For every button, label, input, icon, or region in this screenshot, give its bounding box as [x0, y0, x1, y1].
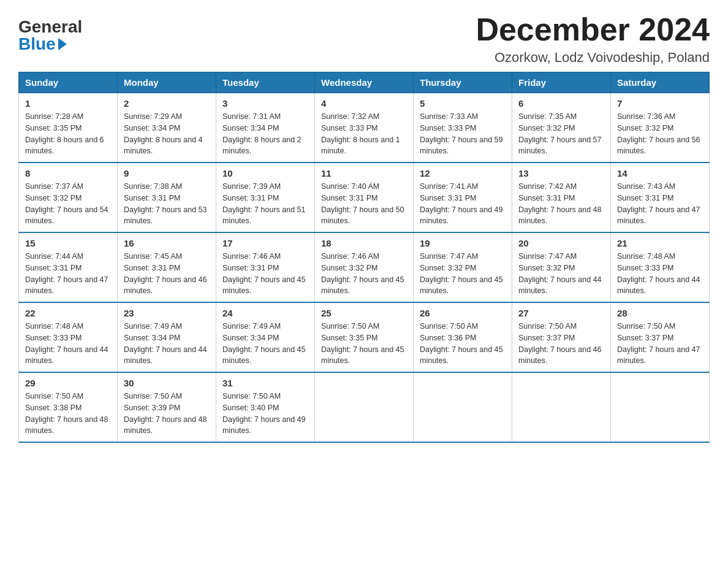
- day-number: 5: [420, 98, 506, 109]
- calendar-cell: 12Sunrise: 7:41 AMSunset: 3:31 PMDayligh…: [414, 163, 512, 232]
- day-number: 16: [124, 238, 210, 248]
- day-info: Sunrise: 7:38 AMSunset: 3:31 PMDaylight:…: [124, 182, 207, 225]
- header-friday: Friday: [512, 72, 611, 93]
- calendar-week-1: 1Sunrise: 7:28 AMSunset: 3:35 PMDaylight…: [19, 93, 710, 163]
- calendar-cell: 24Sunrise: 7:49 AMSunset: 3:34 PMDayligh…: [216, 302, 315, 372]
- day-info: Sunrise: 7:41 AMSunset: 3:31 PMDaylight:…: [420, 182, 503, 225]
- day-number: 19: [420, 238, 506, 248]
- header-saturday: Saturday: [611, 72, 710, 93]
- day-info: Sunrise: 7:45 AMSunset: 3:31 PMDaylight:…: [124, 252, 207, 295]
- day-number: 3: [222, 98, 308, 109]
- day-number: 28: [617, 308, 703, 318]
- calendar-cell: 2Sunrise: 7:29 AMSunset: 3:34 PMDaylight…: [118, 93, 216, 163]
- calendar-cell: 1Sunrise: 7:28 AMSunset: 3:35 PMDaylight…: [19, 93, 118, 163]
- calendar-cell: 22Sunrise: 7:48 AMSunset: 3:33 PMDayligh…: [19, 302, 118, 372]
- day-info: Sunrise: 7:47 AMSunset: 3:32 PMDaylight:…: [518, 252, 602, 295]
- calendar-cell: 9Sunrise: 7:38 AMSunset: 3:31 PMDaylight…: [118, 163, 216, 232]
- day-info: Sunrise: 7:49 AMSunset: 3:34 PMDaylight:…: [222, 322, 306, 365]
- day-info: Sunrise: 7:50 AMSunset: 3:37 PMDaylight:…: [518, 322, 602, 365]
- month-title: December 2024: [476, 12, 710, 47]
- location-subtitle: Ozorkow, Lodz Voivodeship, Poland: [476, 50, 710, 66]
- calendar-week-3: 15Sunrise: 7:44 AMSunset: 3:31 PMDayligh…: [19, 232, 710, 302]
- calendar-cell: 18Sunrise: 7:46 AMSunset: 3:32 PMDayligh…: [315, 232, 414, 302]
- calendar-cell: 7Sunrise: 7:36 AMSunset: 3:32 PMDaylight…: [611, 93, 710, 163]
- day-number: 15: [25, 238, 111, 248]
- day-number: 13: [518, 168, 604, 178]
- day-info: Sunrise: 7:46 AMSunset: 3:32 PMDaylight:…: [321, 252, 404, 295]
- day-number: 24: [222, 308, 308, 318]
- day-number: 31: [222, 378, 308, 388]
- day-number: 21: [617, 238, 703, 248]
- calendar-week-5: 29Sunrise: 7:50 AMSunset: 3:38 PMDayligh…: [19, 372, 710, 442]
- calendar-cell: 15Sunrise: 7:44 AMSunset: 3:31 PMDayligh…: [19, 232, 118, 302]
- calendar-cell: 30Sunrise: 7:50 AMSunset: 3:39 PMDayligh…: [118, 372, 216, 442]
- day-info: Sunrise: 7:50 AMSunset: 3:37 PMDaylight:…: [617, 322, 700, 365]
- day-info: Sunrise: 7:48 AMSunset: 3:33 PMDaylight:…: [617, 252, 700, 295]
- header-thursday: Thursday: [414, 72, 512, 93]
- day-number: 27: [518, 308, 604, 318]
- title-block: December 2024 Ozorkow, Lodz Voivodeship,…: [476, 12, 710, 66]
- calendar-cell: 14Sunrise: 7:43 AMSunset: 3:31 PMDayligh…: [611, 163, 710, 232]
- day-info: Sunrise: 7:31 AMSunset: 3:34 PMDaylight:…: [222, 112, 301, 155]
- day-number: 8: [25, 168, 111, 178]
- calendar-body: 1Sunrise: 7:28 AMSunset: 3:35 PMDaylight…: [19, 93, 710, 443]
- day-info: Sunrise: 7:44 AMSunset: 3:31 PMDaylight:…: [25, 252, 108, 295]
- day-number: 22: [25, 308, 111, 318]
- day-number: 10: [222, 168, 308, 178]
- header-tuesday: Tuesday: [216, 72, 315, 93]
- calendar-cell: [414, 372, 512, 442]
- day-number: 25: [321, 308, 407, 318]
- calendar-cell: 26Sunrise: 7:50 AMSunset: 3:36 PMDayligh…: [414, 302, 512, 372]
- day-info: Sunrise: 7:33 AMSunset: 3:33 PMDaylight:…: [420, 112, 503, 155]
- calendar-header: SundayMondayTuesdayWednesdayThursdayFrid…: [19, 72, 710, 93]
- day-number: 2: [124, 98, 210, 109]
- calendar-cell: 3Sunrise: 7:31 AMSunset: 3:34 PMDaylight…: [216, 93, 315, 163]
- day-number: 18: [321, 238, 407, 248]
- calendar-table: SundayMondayTuesdayWednesdayThursdayFrid…: [18, 72, 710, 443]
- calendar-cell: 28Sunrise: 7:50 AMSunset: 3:37 PMDayligh…: [611, 302, 710, 372]
- logo-blue-text: Blue: [18, 36, 67, 53]
- day-number: 20: [518, 238, 604, 248]
- day-info: Sunrise: 7:42 AMSunset: 3:31 PMDaylight:…: [518, 182, 602, 225]
- calendar-cell: [315, 372, 414, 442]
- day-info: Sunrise: 7:47 AMSunset: 3:32 PMDaylight:…: [420, 252, 503, 295]
- calendar-cell: 5Sunrise: 7:33 AMSunset: 3:33 PMDaylight…: [414, 93, 512, 163]
- calendar-cell: 6Sunrise: 7:35 AMSunset: 3:32 PMDaylight…: [512, 93, 611, 163]
- day-number: 11: [321, 168, 407, 178]
- calendar-week-4: 22Sunrise: 7:48 AMSunset: 3:33 PMDayligh…: [19, 302, 710, 372]
- calendar-cell: 17Sunrise: 7:46 AMSunset: 3:31 PMDayligh…: [216, 232, 315, 302]
- day-number: 30: [124, 378, 210, 388]
- day-number: 6: [518, 98, 604, 109]
- day-number: 7: [617, 98, 703, 109]
- calendar-cell: 13Sunrise: 7:42 AMSunset: 3:31 PMDayligh…: [512, 163, 611, 232]
- day-info: Sunrise: 7:50 AMSunset: 3:39 PMDaylight:…: [124, 392, 207, 435]
- calendar-cell: 31Sunrise: 7:50 AMSunset: 3:40 PMDayligh…: [216, 372, 315, 442]
- day-info: Sunrise: 7:50 AMSunset: 3:35 PMDaylight:…: [321, 322, 404, 365]
- day-info: Sunrise: 7:35 AMSunset: 3:32 PMDaylight:…: [518, 112, 602, 155]
- header-monday: Monday: [118, 72, 216, 93]
- day-number: 23: [124, 308, 210, 318]
- day-number: 17: [222, 238, 308, 248]
- day-info: Sunrise: 7:28 AMSunset: 3:35 PMDaylight:…: [25, 112, 104, 155]
- page-header: General Blue December 2024 Ozorkow, Lodz…: [18, 12, 710, 66]
- day-info: Sunrise: 7:46 AMSunset: 3:31 PMDaylight:…: [222, 252, 306, 295]
- calendar-cell: 25Sunrise: 7:50 AMSunset: 3:35 PMDayligh…: [315, 302, 414, 372]
- day-info: Sunrise: 7:50 AMSunset: 3:36 PMDaylight:…: [420, 322, 503, 365]
- day-info: Sunrise: 7:32 AMSunset: 3:33 PMDaylight:…: [321, 112, 400, 155]
- calendar-cell: 16Sunrise: 7:45 AMSunset: 3:31 PMDayligh…: [118, 232, 216, 302]
- logo-arrow-icon: [58, 38, 67, 50]
- day-info: Sunrise: 7:29 AMSunset: 3:34 PMDaylight:…: [124, 112, 203, 155]
- calendar-week-2: 8Sunrise: 7:37 AMSunset: 3:32 PMDaylight…: [19, 163, 710, 232]
- calendar-cell: 29Sunrise: 7:50 AMSunset: 3:38 PMDayligh…: [19, 372, 118, 442]
- day-info: Sunrise: 7:40 AMSunset: 3:31 PMDaylight:…: [321, 182, 404, 225]
- calendar-cell: 8Sunrise: 7:37 AMSunset: 3:32 PMDaylight…: [19, 163, 118, 232]
- calendar-cell: 21Sunrise: 7:48 AMSunset: 3:33 PMDayligh…: [611, 232, 710, 302]
- day-info: Sunrise: 7:50 AMSunset: 3:40 PMDaylight:…: [222, 392, 306, 435]
- day-info: Sunrise: 7:36 AMSunset: 3:32 PMDaylight:…: [617, 112, 700, 155]
- day-number: 9: [124, 168, 210, 178]
- day-info: Sunrise: 7:39 AMSunset: 3:31 PMDaylight:…: [222, 182, 306, 225]
- header-wednesday: Wednesday: [315, 72, 414, 93]
- day-info: Sunrise: 7:48 AMSunset: 3:33 PMDaylight:…: [25, 322, 108, 365]
- day-number: 4: [321, 98, 407, 109]
- calendar-cell: 11Sunrise: 7:40 AMSunset: 3:31 PMDayligh…: [315, 163, 414, 232]
